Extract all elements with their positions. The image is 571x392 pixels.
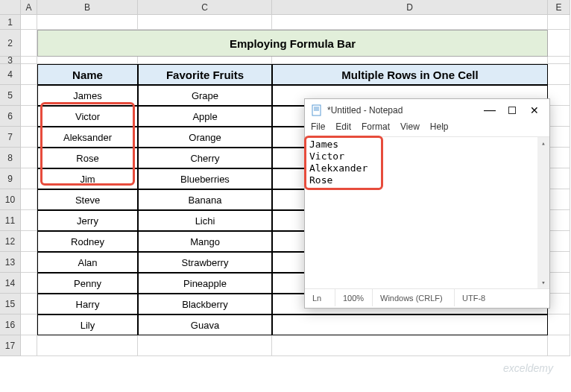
row-header[interactable]: 3: [0, 57, 21, 64]
row-header[interactable]: 5: [0, 85, 21, 106]
cell[interactable]: [548, 15, 570, 30]
minimize-button[interactable]: —: [485, 106, 494, 115]
cell-fruit[interactable]: Banana: [138, 189, 272, 210]
cell[interactable]: [548, 85, 570, 106]
notepad-textarea[interactable]: James Victor Alekxander Rose ▴ ▾: [305, 136, 549, 288]
cell[interactable]: [138, 335, 272, 356]
maximize-button[interactable]: [508, 106, 517, 115]
menu-file[interactable]: File: [311, 121, 325, 136]
cell[interactable]: [548, 168, 570, 189]
row-header[interactable]: 7: [0, 127, 21, 148]
cell[interactable]: [548, 106, 570, 127]
cell-name[interactable]: Jim: [37, 168, 138, 189]
cell-fruit[interactable]: Cherry: [138, 148, 272, 168]
menu-format[interactable]: Format: [362, 121, 390, 136]
row-header[interactable]: 8: [0, 148, 21, 168]
cell[interactable]: [548, 148, 570, 168]
cell[interactable]: [21, 15, 37, 30]
cell[interactable]: [21, 106, 37, 127]
row-header[interactable]: 2: [0, 30, 21, 57]
cell[interactable]: [548, 189, 570, 210]
cell-fruit[interactable]: Strawberry: [138, 252, 272, 273]
cell-fruit[interactable]: Blueberries: [138, 168, 272, 189]
col-header-b[interactable]: B: [37, 0, 138, 15]
row-header[interactable]: 9: [0, 168, 21, 189]
row-header[interactable]: 4: [0, 64, 21, 85]
row-header[interactable]: 13: [0, 252, 21, 273]
cell[interactable]: [272, 15, 548, 30]
cell[interactable]: [548, 30, 570, 57]
col-header-e[interactable]: E: [548, 0, 570, 15]
cell[interactable]: [548, 335, 570, 356]
cell[interactable]: [21, 314, 37, 335]
cell[interactable]: [37, 335, 138, 356]
cell[interactable]: [548, 57, 570, 64]
col-header-d[interactable]: D: [272, 0, 548, 15]
cell-multi[interactable]: [272, 314, 548, 335]
row-header[interactable]: 12: [0, 231, 21, 252]
cell[interactable]: [272, 57, 548, 64]
row-header[interactable]: 10: [0, 189, 21, 210]
cell-name[interactable]: Lily: [37, 314, 138, 335]
cell[interactable]: [548, 294, 570, 314]
row-header[interactable]: 17: [0, 335, 21, 356]
row-header[interactable]: 15: [0, 294, 21, 314]
row-header[interactable]: 14: [0, 273, 21, 294]
title-cell[interactable]: Employing Formula Bar: [37, 30, 548, 57]
header-multi[interactable]: Multiple Rows in One Cell: [272, 64, 548, 85]
row-header[interactable]: 11: [0, 210, 21, 231]
cell[interactable]: [21, 168, 37, 189]
cell-name[interactable]: Victor: [37, 106, 138, 127]
cell[interactable]: [138, 57, 272, 64]
scroll-down-icon[interactable]: ▾: [537, 276, 549, 288]
cell[interactable]: [548, 127, 570, 148]
cell[interactable]: [21, 252, 37, 273]
cell-name[interactable]: Aleksander: [37, 127, 138, 148]
cell[interactable]: [21, 127, 37, 148]
col-header-a[interactable]: A: [21, 0, 37, 15]
cell-name[interactable]: Alan: [37, 252, 138, 273]
cell[interactable]: [548, 252, 570, 273]
scrollbar[interactable]: ▴ ▾: [537, 137, 549, 288]
cell[interactable]: [272, 335, 548, 356]
cell-fruit[interactable]: Lichi: [138, 210, 272, 231]
select-all-corner[interactable]: [0, 0, 21, 15]
cell[interactable]: [548, 273, 570, 294]
col-header-c[interactable]: C: [138, 0, 272, 15]
cell-name[interactable]: James: [37, 85, 138, 106]
cell-name[interactable]: Steve: [37, 189, 138, 210]
cell-name[interactable]: Rodney: [37, 231, 138, 252]
cell-fruit[interactable]: Pineapple: [138, 273, 272, 294]
cell[interactable]: [548, 314, 570, 335]
cell-name[interactable]: Harry: [37, 294, 138, 314]
row-header[interactable]: 16: [0, 314, 21, 335]
cell[interactable]: [37, 57, 138, 64]
cell-name[interactable]: Penny: [37, 273, 138, 294]
cell[interactable]: [37, 15, 138, 30]
cell[interactable]: [138, 15, 272, 30]
header-name[interactable]: Name: [37, 64, 138, 85]
close-button[interactable]: ✕: [530, 106, 539, 115]
scroll-up-icon[interactable]: ▴: [537, 137, 549, 149]
menu-view[interactable]: View: [400, 121, 420, 136]
cell[interactable]: [548, 64, 570, 85]
cell[interactable]: [21, 210, 37, 231]
cell[interactable]: [21, 85, 37, 106]
cell-fruit[interactable]: Guava: [138, 314, 272, 335]
cell-name[interactable]: Rose: [37, 148, 138, 168]
cell[interactable]: [548, 210, 570, 231]
cell-fruit[interactable]: Orange: [138, 127, 272, 148]
menu-edit[interactable]: Edit: [335, 121, 351, 136]
row-header[interactable]: 6: [0, 106, 21, 127]
cell[interactable]: [21, 64, 37, 85]
cell-fruit[interactable]: Mango: [138, 231, 272, 252]
cell[interactable]: [21, 189, 37, 210]
cell[interactable]: [21, 57, 37, 64]
notepad-titlebar[interactable]: *Untitled - Notepad — ✕: [305, 99, 549, 121]
cell-fruit[interactable]: Grape: [138, 85, 272, 106]
cell[interactable]: [21, 30, 37, 57]
cell[interactable]: [21, 335, 37, 356]
cell-name[interactable]: Jerry: [37, 210, 138, 231]
header-fruits[interactable]: Favorite Fruits: [138, 64, 272, 85]
menu-help[interactable]: Help: [430, 121, 449, 136]
